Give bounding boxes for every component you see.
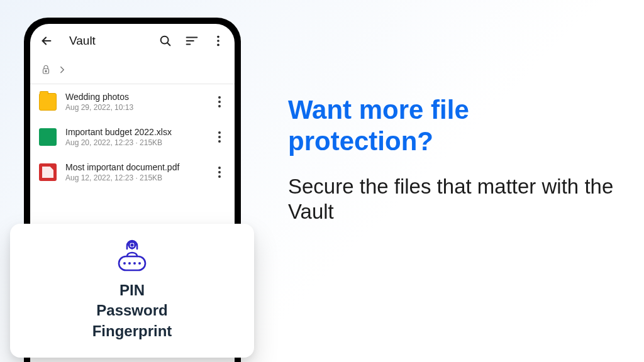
spreadsheet-icon (39, 128, 57, 146)
svg-point-12 (138, 262, 141, 265)
headline: Want more file protection? (288, 94, 615, 156)
lock-icon (40, 64, 52, 78)
folder-icon (39, 93, 57, 111)
page-title: Vault (69, 34, 147, 48)
list-item[interactable]: Wedding photos Aug 29, 2022, 10:13 (30, 84, 235, 119)
file-name: Wedding photos (65, 92, 204, 102)
svg-point-9 (123, 262, 126, 265)
subheadline: Secure the files that matter with the Va… (288, 174, 615, 225)
card-line: Fingerprint (16, 321, 248, 341)
chevron-right-icon (57, 64, 68, 78)
list-item[interactable]: Most important document.pdf Aug 12, 2022… (30, 155, 235, 190)
svg-point-3 (217, 44, 219, 47)
back-icon[interactable] (39, 33, 54, 48)
list-item[interactable]: Important budget 2022.xlsx Aug 20, 2022,… (30, 119, 235, 155)
sort-icon[interactable] (184, 33, 199, 48)
card-line: Password (16, 300, 248, 321)
app-topbar: Vault (30, 24, 235, 58)
svg-point-5 (45, 70, 47, 72)
file-meta: Aug 20, 2022, 12:23 · 215KB (65, 138, 204, 147)
security-card: PIN Password Fingerprint (10, 224, 254, 358)
item-overflow-icon[interactable] (213, 167, 226, 178)
svg-point-10 (128, 262, 131, 265)
card-line: PIN (16, 280, 248, 300)
svg-point-11 (133, 262, 136, 265)
svg-point-7 (131, 244, 133, 246)
file-meta: Aug 12, 2022, 12:23 · 215KB (65, 173, 204, 182)
svg-point-2 (217, 40, 219, 42)
file-meta: Aug 29, 2022, 10:13 (65, 103, 204, 112)
svg-point-1 (217, 36, 219, 38)
overflow-icon[interactable] (211, 33, 226, 48)
file-name: Most important document.pdf (65, 162, 204, 172)
search-icon[interactable] (158, 33, 173, 48)
item-overflow-icon[interactable] (213, 131, 226, 143)
breadcrumb[interactable] (30, 58, 235, 84)
lock-pin-icon (16, 238, 248, 275)
pdf-icon (39, 163, 57, 181)
file-name: Important budget 2022.xlsx (65, 127, 204, 137)
item-overflow-icon[interactable] (213, 96, 226, 107)
marketing-copy: Want more file protection? Secure the fi… (288, 94, 615, 225)
file-list: Wedding photos Aug 29, 2022, 10:13 Impor… (30, 84, 235, 190)
svg-rect-8 (119, 256, 145, 270)
